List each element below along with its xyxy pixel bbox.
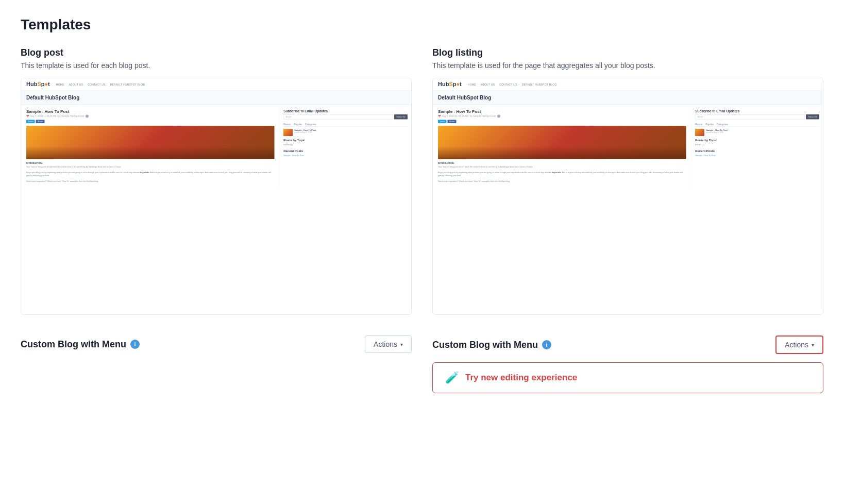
custom-blog-right-actions-label: Actions <box>785 341 808 349</box>
blog-post-title: Blog post <box>21 47 412 58</box>
preview-recent-posts-heading-left: Recent Posts <box>283 149 408 153</box>
preview-recent-posts-heading-right: Recent Posts <box>695 149 819 153</box>
preview-post-meta-right: 📅Aug 4, 2016 11:46:26 AM / by Sample Hub… <box>438 115 686 118</box>
chevron-down-icon-left: ▾ <box>400 342 403 347</box>
preview-share-btn-right: Share <box>448 120 457 124</box>
preview-logo-left: HubSp●t <box>26 81 50 88</box>
blog-post-desc: This template is used for each blog post… <box>21 61 412 70</box>
preview-subscribe-btn-left: Subscribe <box>394 114 408 120</box>
preview-post-title-left: Sample - How To Post <box>26 109 275 114</box>
preview-topic-right: Insider (1) <box>695 143 819 146</box>
preview-intro-right: INTRODUCTION: <box>438 162 686 164</box>
preview-logo-right: HubSp●t <box>438 81 462 88</box>
preview-share-btn-left: Share <box>36 120 45 124</box>
custom-blog-right: Custom Blog with Menu i Actions ▾ 🧪 Try … <box>432 335 823 393</box>
preview-recent-text-right: Sample - How To Post <box>706 129 728 131</box>
preview-body-right: Your "how to" blog post should teach the… <box>438 165 686 183</box>
try-new-editing-button[interactable]: 🧪 Try new editing experience <box>432 362 823 393</box>
blog-listing-preview: HubSp●t HOMEABOUT USCONTACT USDEFAULT HU… <box>432 78 823 315</box>
preview-subscribe-btn-right: Subscribe <box>806 114 819 120</box>
page-title: Templates <box>21 16 823 33</box>
custom-blog-right-actions-button[interactable]: Actions ▾ <box>775 335 823 354</box>
editing-icon: 🧪 <box>445 371 459 384</box>
blog-listing-title: Blog listing <box>432 47 823 58</box>
chevron-down-icon-right: ▾ <box>812 342 814 348</box>
preview-image-right <box>438 126 686 159</box>
preview-recent-link-right: Sample - How To Post <box>695 155 819 157</box>
custom-blog-right-title: Custom Blog with Menu <box>432 340 538 350</box>
preview-tabs-left: RecentPopularCategories <box>283 123 408 127</box>
preview-image-left <box>26 126 275 159</box>
custom-blog-left-title: Custom Blog with Menu <box>21 339 126 350</box>
custom-blog-right-info-icon[interactable]: i <box>542 340 551 349</box>
preview-topic-left: Insider (1) <box>283 143 408 146</box>
preview-subscribe-title-right: Subscribe to Email Updates <box>695 109 819 113</box>
preview-tweet-btn-left: Tweet <box>26 120 35 124</box>
try-new-label: Try new editing experience <box>465 373 577 383</box>
preview-hero-left: Default HubSpot Blog <box>21 91 411 105</box>
preview-post-meta-left: 📅Aug 4, 2016 11:46:26 AM / by Sample Hub… <box>26 115 275 118</box>
preview-by-topic-heading-left: Posts by Topic <box>283 138 408 142</box>
preview-post-title-right: Sample - How To Post <box>438 109 686 114</box>
blog-post-preview: HubSp●t HOMEABOUT USCONTACT USDEFAULT HU… <box>21 78 412 315</box>
preview-by-topic-heading-right: Posts by Topic <box>695 138 819 142</box>
preview-recent-date-left: posted at Aug 4, 2016 <box>294 131 316 133</box>
custom-blog-left-actions-label: Actions <box>374 340 397 348</box>
preview-tabs-right: RecentPopularCategories <box>695 123 819 127</box>
blog-listing-section: Blog listing This template is used for t… <box>432 47 823 315</box>
custom-blog-left-actions-button[interactable]: Actions ▾ <box>365 335 412 353</box>
preview-intro-left: INTRODUCTION: <box>26 162 275 164</box>
preview-subscribe-title-left: Subscribe to Email Updates <box>283 109 408 113</box>
preview-hero-right: Default HubSpot Blog <box>433 91 823 105</box>
blog-listing-desc: This template is used for the page that … <box>432 61 823 70</box>
blog-post-section: Blog post This template is used for each… <box>21 47 412 315</box>
preview-email-input-left: Email <box>283 114 393 120</box>
preview-thumb-left <box>283 129 293 136</box>
preview-thumb-right <box>695 129 704 136</box>
preview-tweet-btn-right: Tweet <box>438 120 447 124</box>
preview-recent-date-right: posted at Aug 4, 2016 <box>706 131 728 133</box>
preview-nav-links-left: HOMEABOUT USCONTACT USDEFAULT HUBSPOT BL… <box>56 83 145 86</box>
preview-nav-links-right: HOMEABOUT USCONTACT USDEFAULT HUBSPOT BL… <box>468 83 557 86</box>
preview-email-input-right: Email <box>695 114 805 120</box>
preview-body-left: Your "how to" blog post should teach the… <box>26 165 275 183</box>
preview-recent-text-left: Sample - How To Post <box>294 129 316 131</box>
custom-blog-left: Custom Blog with Menu i Actions ▾ <box>21 335 412 353</box>
custom-blog-left-info-icon[interactable]: i <box>130 340 140 349</box>
preview-recent-link-left: Sample - How To Post <box>283 155 408 157</box>
